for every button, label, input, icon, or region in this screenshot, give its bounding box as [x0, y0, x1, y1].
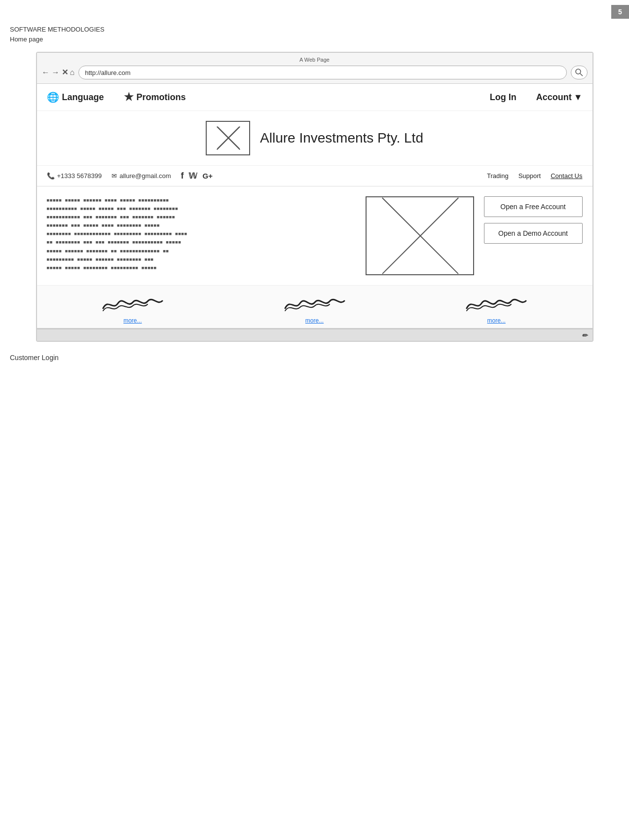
- content-right: Open a Free Account Open a Demo Account: [484, 196, 583, 275]
- news-logo-2: [283, 293, 347, 313]
- search-button[interactable]: [571, 66, 588, 79]
- language-label: Language: [62, 92, 104, 103]
- svg-line-1: [580, 73, 583, 76]
- news-logo-svg-3: [464, 293, 528, 313]
- contact-phone: 📞 +1333 5678399: [47, 172, 102, 180]
- browser-toolbar: ← → ✕ ⌂: [42, 66, 588, 79]
- forward-button[interactable]: →: [52, 69, 60, 76]
- news-more-link-1[interactable]: more...: [123, 317, 142, 324]
- dropdown-arrow-icon: ▼: [574, 92, 583, 103]
- section-label: SOFTWARE METHODOLOGIES Home page: [10, 25, 619, 44]
- x-mark: [207, 122, 249, 154]
- facebook-icon[interactable]: f: [181, 171, 184, 181]
- contact-bar: 📞 +1333 5678399 ✉ allure@gmail.com f 𝕎 G…: [37, 166, 592, 186]
- nav-promotions[interactable]: ★ Promotions: [124, 91, 186, 104]
- social-icons: f 𝕎 G+: [181, 171, 212, 181]
- body-text: ■■■■■ ■■■■■ ■■■■■■ ■■■■ ■■■■■ ■■■■■■■■■■…: [47, 196, 356, 272]
- search-icon: [575, 69, 583, 76]
- phone-number: +1333 5678399: [57, 172, 102, 180]
- home-button[interactable]: ⌂: [70, 69, 75, 76]
- nav-account[interactable]: Account ▼: [536, 92, 583, 103]
- hero-banner: Allure Investments Pty. Ltd: [37, 111, 592, 166]
- support-link[interactable]: Support: [518, 172, 541, 180]
- bottom-strip: ✏: [37, 329, 592, 341]
- account-label: Account: [536, 92, 572, 103]
- news-logo-svg-2: [283, 293, 347, 313]
- content-left: ■■■■■ ■■■■■ ■■■■■■ ■■■■ ■■■■■ ■■■■■■■■■■…: [47, 196, 356, 275]
- news-more-link-2[interactable]: more...: [305, 317, 324, 324]
- news-more-link-3[interactable]: more...: [487, 317, 506, 324]
- news-logo-3: [464, 293, 528, 313]
- company-name: Allure Investments Pty. Ltd: [260, 130, 423, 146]
- news-item-3: more...: [410, 293, 583, 324]
- content-center-image: [366, 196, 474, 275]
- phone-icon: 📞: [47, 172, 55, 180]
- back-button[interactable]: ←: [42, 69, 50, 76]
- address-bar[interactable]: [78, 66, 566, 79]
- main-content: ■■■■■ ■■■■■ ■■■■■■ ■■■■ ■■■■■ ■■■■■■■■■■…: [37, 186, 592, 286]
- email-icon: ✉: [111, 172, 117, 180]
- contact-us-link[interactable]: Contact Us: [551, 172, 582, 180]
- news-item-1: more...: [47, 293, 219, 324]
- top-nav: 🌐 Language ★ Promotions Log In Account ▼: [37, 84, 592, 111]
- below-browser-label: Customer Login: [10, 354, 619, 362]
- browser-chrome: A Web Page ← → ✕ ⌂: [37, 53, 592, 84]
- open-demo-account-button[interactable]: Open a Demo Account: [484, 223, 583, 244]
- news-item-2: more...: [228, 293, 401, 324]
- browser-mockup: A Web Page ← → ✕ ⌂ 🌐 Language: [36, 52, 593, 342]
- browser-nav-buttons: ← → ✕ ⌂: [42, 69, 75, 76]
- open-free-account-button[interactable]: Open a Free Account: [484, 196, 583, 217]
- logo-placeholder: [206, 121, 250, 155]
- page-number: 5: [611, 5, 629, 19]
- globe-icon: 🌐: [47, 91, 59, 103]
- nav-login[interactable]: Log In: [490, 92, 517, 103]
- svg-point-0: [576, 69, 581, 74]
- promotions-label: Promotions: [137, 92, 186, 103]
- googleplus-icon[interactable]: G+: [202, 172, 212, 180]
- email-address: allure@gmail.com: [119, 172, 171, 180]
- trading-link[interactable]: Trading: [487, 172, 509, 180]
- center-image-placeholder: [366, 196, 474, 275]
- website-content: 🌐 Language ★ Promotions Log In Account ▼…: [37, 84, 592, 341]
- bottom-icon: ✏: [582, 331, 588, 339]
- twitter-icon[interactable]: 𝕎: [188, 171, 197, 181]
- browser-title: A Web Page: [299, 57, 330, 63]
- close-button[interactable]: ✕: [62, 69, 68, 76]
- news-section: more... more...: [37, 286, 592, 329]
- nav-language[interactable]: 🌐 Language: [47, 91, 104, 103]
- contact-bar-links: Trading Support Contact Us: [487, 172, 582, 180]
- news-logo-svg-1: [101, 293, 165, 313]
- contact-email: ✉ allure@gmail.com: [111, 172, 171, 180]
- news-logo-1: [101, 293, 165, 313]
- star-icon: ★: [124, 91, 134, 104]
- image-x-mark: [367, 197, 473, 274]
